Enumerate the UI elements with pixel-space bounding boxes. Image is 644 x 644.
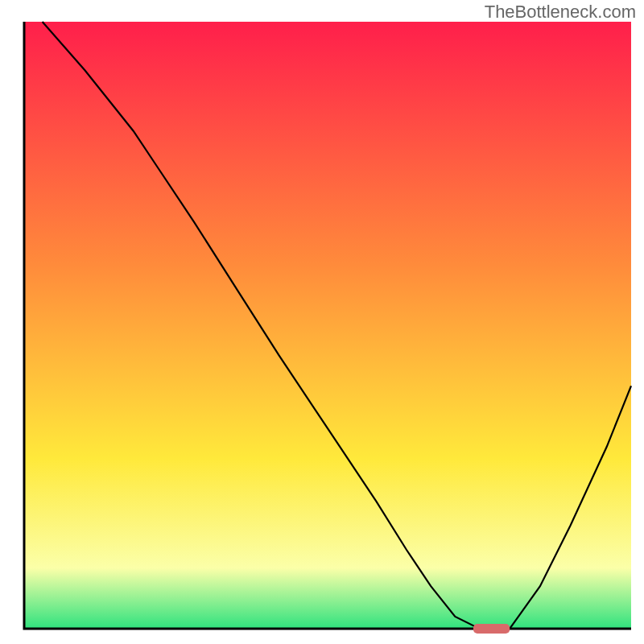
bottleneck-chart	[0, 0, 644, 644]
optimum-marker	[473, 624, 510, 634]
chart-container: TheBottleneck.com	[0, 0, 644, 644]
plot-background-gradient	[24, 22, 631, 629]
watermark-text: TheBottleneck.com	[485, 2, 636, 23]
